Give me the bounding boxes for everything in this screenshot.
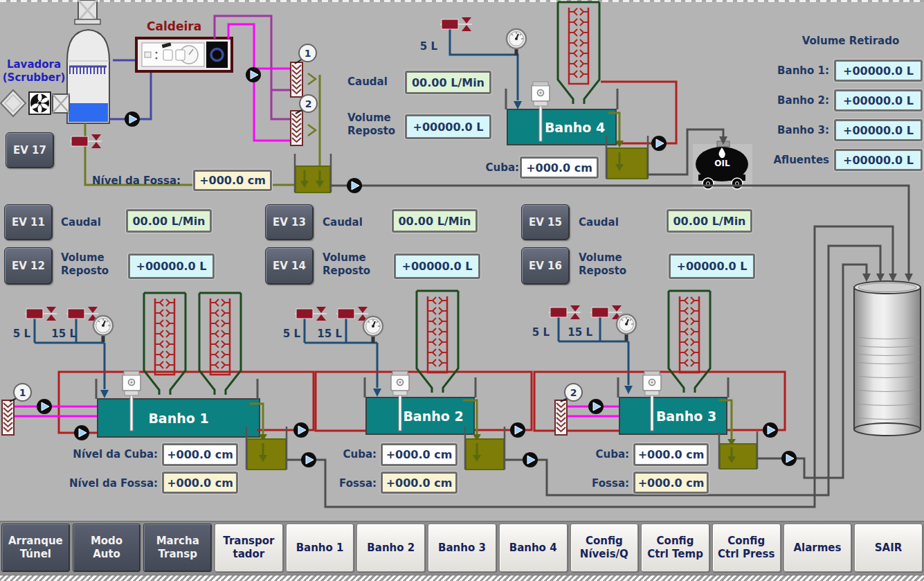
banho4-caudal-value: 00.00 L/Min [405, 71, 491, 94]
top-fossa-value: +000.0 cm [193, 170, 272, 191]
tank-label: Banho 1 [148, 411, 208, 426]
heat-exchanger-1-top [291, 62, 302, 97]
nav-bar: Arranque Túnel Modo Auto Marcha Transp T… [0, 521, 924, 575]
hx-badge-1-bottom: 1 [13, 383, 32, 402]
pump-icon-banho4-loop[interactable] [651, 136, 667, 151]
nav-banho-2[interactable]: Banho 2 [356, 524, 425, 572]
ev11-button[interactable]: EV 11 [4, 204, 53, 240]
pump-icon-banho2-sump[interactable] [523, 452, 538, 467]
boiler-purple-pipe [215, 16, 291, 119]
vr-afluentes-label: Afluentes [757, 154, 829, 167]
top-dashed-border [0, 0, 924, 2]
spray-column-banho3 [669, 291, 710, 393]
nav-config-ctrl-temp[interactable]: Config Ctrl Temp [641, 524, 709, 572]
gauge-icon-banho3 [617, 314, 636, 341]
nav-transportador[interactable]: Transpor tador [215, 524, 283, 572]
pump-icon-banho1-loop[interactable] [293, 422, 309, 438]
nav-alarmes[interactable]: Alarmes [783, 524, 852, 572]
vr-banho3-value: +00000.0 L [834, 119, 923, 141]
valve-icon-banho3-5l[interactable] [549, 305, 581, 319]
fan-icon [1, 90, 69, 116]
pump-icon-boiler-circuit[interactable] [246, 67, 261, 82]
banho1-cuba-value: +000.0 cm [162, 443, 238, 466]
vr-banho3-label: Banho 3: [757, 124, 829, 137]
tank-banho-3: Banho 3 [619, 397, 727, 435]
ev17-button[interactable]: EV 17 [6, 132, 54, 168]
valve-icon-scrubber-drain[interactable] [70, 134, 102, 148]
nav-config-ctrl-press[interactable]: Config Ctrl Press [712, 524, 781, 572]
ev16-button[interactable]: EV 16 [521, 247, 570, 285]
pump-icon-banho3-loop[interactable] [763, 422, 778, 438]
nav-modo-auto[interactable]: Modo Auto [73, 524, 141, 572]
banho4-cuba-label: Cuba: [475, 161, 519, 175]
banho3-cuba-value: +000.0 cm [633, 443, 709, 466]
pump-icon-banho3-hx[interactable] [588, 399, 604, 414]
olive-drain-pipes-top [85, 73, 320, 185]
nav-config-niveis[interactable]: Config Níveis/Q [570, 524, 639, 572]
pump-icon-top-sump[interactable] [347, 178, 362, 193]
flow-arrow [473, 434, 481, 441]
banho2-cuba-label: Cuba: [328, 448, 377, 461]
valve-icon-banho1-5l[interactable] [25, 307, 57, 321]
vr-afluentes-value: +00000.0 L [834, 149, 923, 171]
ev15-caudal-label: Caudal [579, 216, 628, 229]
hmi-screen: Banho 1 Banho 2 Banho 3 Banho 4 [0, 0, 924, 581]
spray-column-banho4 [558, 2, 599, 104]
nav-marcha-transp[interactable]: Marcha Transp [143, 524, 212, 572]
boiler-graphic [136, 38, 232, 71]
tank-label: Banho 2 [403, 409, 463, 424]
spray-header-icon [70, 66, 105, 74]
gauge-icon-banho1 [93, 316, 113, 342]
pump-icon-banho2-loop[interactable] [510, 422, 525, 438]
banho2-5l-label: 5 L [274, 328, 300, 341]
tank-walls-banho1 [96, 379, 257, 399]
vr-banho2-label: Banho 2: [757, 94, 829, 107]
banho4-volume-value: +00000.0 L [405, 114, 491, 139]
flow-arrow [373, 388, 381, 397]
heat-exchanger-2-top [291, 111, 302, 145]
ev11-caudal-value: 00.00 L/Min [126, 209, 212, 233]
nav-banho-1[interactable]: Banho 1 [286, 524, 354, 572]
ev13-caudal-label: Caudal [323, 216, 372, 229]
pump-icon-banho1-hx[interactable] [37, 399, 52, 414]
ev13-button[interactable]: EV 13 [265, 204, 314, 240]
storage-tank [854, 281, 921, 436]
vr-banho1-label: Banho 1: [757, 64, 829, 78]
bottom-scroll-hatch[interactable] [0, 575, 924, 581]
flow-arrow [727, 439, 736, 446]
sump-top [295, 154, 331, 193]
valve-icon-banho2-5l[interactable] [295, 307, 327, 321]
hx-badge-1-top: 1 [298, 44, 317, 62]
top-fossa-label: Nível da Fossa: [92, 175, 192, 188]
valve-icon-banho3-15l[interactable] [590, 305, 622, 319]
sump-banho3 [719, 431, 757, 469]
pump-icon-banho1-sump[interactable] [301, 452, 316, 467]
ev12-button[interactable]: EV 12 [4, 247, 53, 285]
valve-icon-banho4-5l[interactable] [440, 17, 472, 31]
pump-icon-scrubber[interactable] [125, 111, 140, 127]
valve-icon-banho2-15l[interactable] [336, 307, 368, 321]
banho3-15l-label: 15 L [558, 326, 592, 339]
pump-icon-banho3-sump[interactable] [781, 451, 797, 466]
tank-banho-4: Banho 4 [507, 109, 617, 145]
nav-banho-3[interactable]: Banho 3 [428, 524, 496, 572]
nav-arranque-tunel[interactable]: Arranque Túnel [1, 524, 70, 572]
scrubber-recirc-pipe [109, 60, 151, 119]
nav-banho-4[interactable]: Banho 4 [499, 524, 568, 572]
boiler-label: Caldeira [147, 20, 223, 33]
ev12-volume-value: +00000.0 L [128, 253, 215, 279]
ev16-volume-value: +00000.0 L [669, 253, 755, 279]
ev13-caudal-value: 00.00 L/Min [392, 209, 478, 233]
pump-icon-banho1-left[interactable] [74, 425, 89, 440]
ev15-button[interactable]: EV 15 [521, 204, 570, 240]
valve-icon-banho1-15l[interactable] [66, 307, 98, 321]
banho4-5l-label: 5 L [413, 40, 437, 53]
banho3-fossa-value: +000.0 cm [633, 472, 709, 494]
banho2-15l-label: 15 L [307, 328, 342, 341]
tank-walls-banho3 [618, 377, 728, 397]
nav-sair[interactable]: SAIR [854, 524, 923, 572]
scrubber-water [69, 103, 108, 122]
boiler-magenta-pipe [228, 24, 291, 141]
ev14-volume-label: Volume Reposto [323, 251, 381, 278]
ev14-button[interactable]: EV 14 [265, 247, 314, 285]
